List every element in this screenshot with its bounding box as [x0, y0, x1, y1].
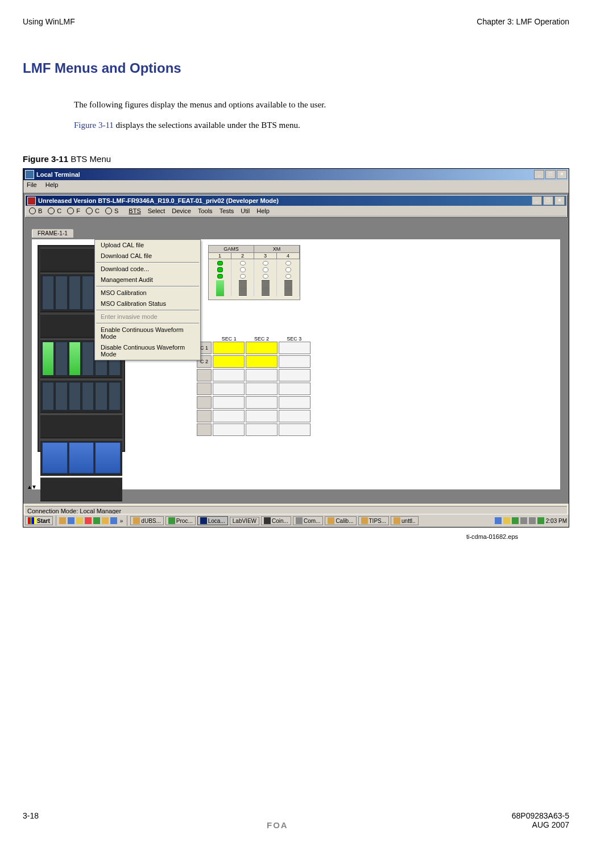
- xm-header-xm: XM: [254, 246, 300, 252]
- radio-c2[interactable]: [86, 207, 93, 214]
- minimize-button[interactable]: _: [534, 170, 544, 179]
- menu-item-download-code[interactable]: Download code...: [95, 264, 200, 275]
- inner-window-titlebar[interactable]: Unreleased Version BTS-LMF-FR9346A_R19.0…: [26, 196, 566, 206]
- start-button[interactable]: Start: [25, 516, 53, 525]
- figure-label-rest: BTS Menu: [68, 154, 111, 164]
- menu-item-disable-cwm[interactable]: Disable Continuous Waveform Mode: [95, 342, 200, 360]
- tray-icon[interactable]: [520, 517, 527, 524]
- led-off-icon: [240, 261, 246, 265]
- taskbar-button[interactable]: Com...: [293, 516, 323, 525]
- sec-panel[interactable]: SEC 1 SEC 2 SEC 3 C 1 C 2: [197, 336, 311, 437]
- led-green-icon: [217, 261, 223, 265]
- taskbar-button[interactable]: Proc...: [165, 516, 196, 525]
- footer-docid: 68P09283A63-5: [512, 811, 569, 820]
- menu-item-mso-cal-status[interactable]: MSO Calibration Status: [95, 298, 200, 309]
- bts-dropdown-menu: Upload CAL file Download CAL file Downlo…: [94, 239, 201, 360]
- menu-file[interactable]: File: [27, 181, 37, 188]
- eps-filename: ti-cdma-01682.eps: [23, 533, 518, 540]
- menu-item-download-cal[interactable]: Download CAL file: [95, 251, 200, 261]
- quicklaunch-icon[interactable]: [102, 517, 109, 524]
- paragraph-2: Figure 3-11 displays the selections avai…: [74, 119, 569, 131]
- paragraph-1: The following figures display the menus …: [74, 99, 569, 111]
- inner-window-icon: [27, 197, 36, 205]
- quicklaunch-icon[interactable]: [85, 517, 92, 524]
- tray-icon[interactable]: [512, 517, 519, 524]
- quicklaunch-icon[interactable]: [59, 517, 66, 524]
- footer-foa: FOA: [267, 820, 288, 830]
- quicklaunch-icon[interactable]: [76, 517, 83, 524]
- quicklaunch-icon[interactable]: [110, 517, 117, 524]
- toolbar-row: B C F C S BTS Select Device Tools Tests …: [26, 206, 566, 217]
- taskbar-button[interactable]: dUBS...: [130, 516, 163, 525]
- footer-page-number: 3-18: [23, 811, 39, 820]
- windows-flag-icon: [28, 517, 36, 524]
- menu-util[interactable]: Util: [241, 207, 250, 214]
- taskbar-clock[interactable]: 2:03 PM: [546, 518, 567, 524]
- menu-item-enter-invasive: Enter invasive mode: [95, 312, 200, 322]
- menu-item-mgmt-audit[interactable]: Management Audit: [95, 275, 200, 285]
- quicklaunch-expand[interactable]: »: [119, 518, 125, 524]
- taskbar-button[interactable]: TIPS...: [358, 516, 390, 525]
- menu-item-upload-cal[interactable]: Upload CAL file: [95, 240, 200, 251]
- sec-cell[interactable]: [213, 342, 245, 354]
- quicklaunch-icon[interactable]: [93, 517, 100, 524]
- paragraph-2-rest: displays the selections available under …: [114, 121, 300, 130]
- resize-handles[interactable]: ▲▼: [27, 484, 36, 490]
- tray-icon[interactable]: [503, 517, 510, 524]
- xm-header-gams: GAMS: [209, 246, 254, 252]
- menu-help[interactable]: Help: [45, 181, 59, 188]
- page-header-left: Using WinLMF: [23, 17, 75, 26]
- xm-panel[interactable]: GAMS XM 1 2 3 4: [208, 245, 300, 300]
- tray-icon[interactable]: [537, 517, 544, 524]
- figure-link[interactable]: Figure 3-11: [74, 121, 114, 130]
- radio-f[interactable]: [67, 207, 74, 214]
- taskbar-button[interactable]: Coin...: [261, 516, 291, 525]
- menu-help-inner[interactable]: Help: [256, 207, 270, 214]
- inner-minimize-button[interactable]: _: [532, 196, 542, 205]
- figure-label: Figure 3-11 BTS Menu: [23, 154, 569, 164]
- local-terminal-menubar: File Help: [23, 180, 569, 193]
- taskbar-button[interactable]: Calib...: [325, 516, 356, 525]
- menu-select[interactable]: Select: [148, 207, 165, 214]
- taskbar-button-active[interactable]: Loca...: [197, 516, 228, 525]
- close-button[interactable]: ×: [557, 170, 567, 179]
- tray-icon[interactable]: [495, 517, 502, 524]
- radio-c[interactable]: [48, 207, 55, 214]
- figure-label-bold: Figure 3-11: [23, 154, 68, 164]
- windows-taskbar: Start » dUBS... Proc... Loca... LabVIEW …: [23, 514, 569, 527]
- menu-device[interactable]: Device: [172, 207, 191, 214]
- local-terminal-icon: [25, 170, 34, 179]
- menu-tests[interactable]: Tests: [220, 207, 234, 214]
- inner-maximize-button[interactable]: □: [543, 196, 553, 205]
- main-canvas: D M M Upload CAL file Download CAL file …: [31, 239, 561, 490]
- menu-tools[interactable]: Tools: [198, 207, 213, 214]
- menu-bts[interactable]: BTS: [129, 207, 140, 214]
- taskbar-button[interactable]: LabVIEW: [230, 517, 259, 525]
- local-terminal-title: Local Terminal: [36, 171, 80, 178]
- page-header-right: Chapter 3: LMF Operation: [477, 17, 569, 26]
- footer-date: AUG 2007: [532, 820, 569, 830]
- menu-item-mso-cal[interactable]: MSO Calibration: [95, 288, 200, 298]
- inner-close-button[interactable]: ×: [554, 196, 565, 205]
- taskbar-button[interactable]: unttl..: [391, 516, 418, 525]
- frame-tab[interactable]: FRAME-1-1: [31, 229, 74, 238]
- radio-s[interactable]: [105, 207, 112, 214]
- inner-window-title: Unreleased Version BTS-LMF-FR9346A_R19.0…: [38, 197, 279, 204]
- radio-b[interactable]: [29, 207, 36, 214]
- maximize-button[interactable]: □: [545, 170, 556, 179]
- screenshot-figure: Local Terminal _ □ × File Help Unrelease…: [23, 168, 569, 528]
- quicklaunch-icon[interactable]: [68, 517, 74, 524]
- local-terminal-titlebar[interactable]: Local Terminal _ □ ×: [23, 169, 569, 180]
- tray-icon[interactable]: [529, 517, 536, 524]
- menu-item-enable-cwm[interactable]: Enable Continuous Waveform Mode: [95, 325, 200, 342]
- page-heading: LMF Menus and Options: [23, 60, 569, 76]
